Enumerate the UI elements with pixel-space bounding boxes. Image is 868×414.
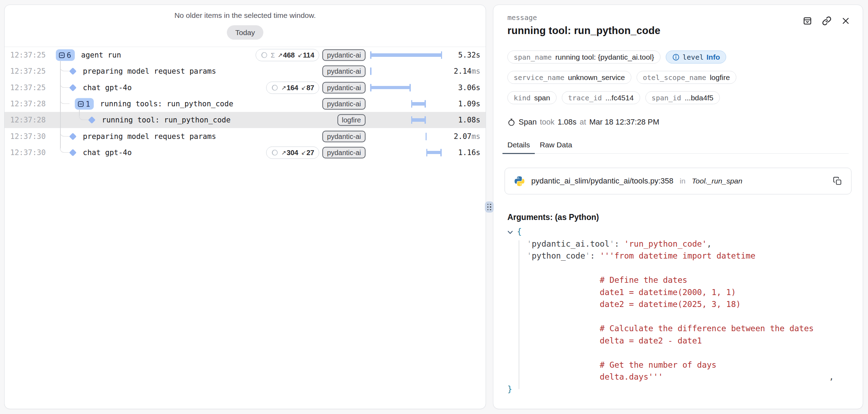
empty-time-window-notice: No older items in the selected time wind… bbox=[5, 5, 486, 20]
logfire-trace-view: { "colors": { "accent_blue": "#1a6ab8", … bbox=[0, 0, 868, 414]
span-name: chat gpt-4o bbox=[83, 84, 132, 92]
source-file-path: pydantic_ai_slim/pydantic_ai/tools.py:35… bbox=[531, 176, 673, 186]
output-tokens: 87 bbox=[307, 84, 314, 92]
code-line bbox=[507, 310, 849, 323]
tree-line bbox=[60, 80, 61, 96]
source-location-box[interactable]: pydantic_ai_slim/pydantic_ai/tools.py:35… bbox=[505, 168, 851, 194]
span-kind-label: message bbox=[507, 13, 849, 22]
trace_id-badge[interactable]: trace_id...fc4514 bbox=[562, 91, 640, 104]
token-usage-badge: ↗304↙27 bbox=[266, 146, 319, 159]
archive-icon[interactable] bbox=[803, 16, 812, 26]
collapse-toggle[interactable]: 1 bbox=[75, 98, 94, 110]
trace-row[interactable]: 12:37:30chat gpt-4o↗304↙27pydantic-ai1.1… bbox=[5, 145, 486, 161]
collapse-chevron-icon[interactable] bbox=[507, 231, 517, 234]
row-timestamp: 12:37:30 bbox=[10, 148, 46, 157]
span-duration-value: 1.08s bbox=[558, 118, 577, 127]
span-diamond-icon bbox=[69, 84, 77, 91]
row-timestamp: 12:37:25 bbox=[10, 84, 46, 92]
copy-icon[interactable] bbox=[833, 176, 842, 186]
arguments-code-block: { 'pydantic_ai.tool': 'run_python_code',… bbox=[507, 226, 849, 395]
output-tokens-arrow-icon: ↙ bbox=[301, 84, 306, 91]
tab-details[interactable]: Details bbox=[502, 138, 535, 154]
level-badge[interactable]: level Info bbox=[666, 51, 726, 64]
today-button[interactable]: Today bbox=[227, 25, 263, 40]
span-diamond-icon bbox=[88, 116, 96, 124]
span-name: running tool: run_python_code bbox=[102, 116, 231, 124]
link-icon[interactable] bbox=[822, 16, 831, 26]
scope-tag[interactable]: pydantic-ai bbox=[322, 82, 366, 93]
source-context: Tool._run_span bbox=[692, 177, 742, 185]
code-line: delta = date2 - date1 bbox=[507, 335, 849, 347]
span-timeline bbox=[370, 51, 442, 59]
span-diamond-icon bbox=[69, 133, 77, 140]
code-line: # Define the dates bbox=[507, 274, 849, 286]
input-tokens: 164 bbox=[287, 84, 298, 92]
tree-elbow bbox=[60, 99, 70, 104]
scope-tag[interactable]: pydantic-ai bbox=[322, 131, 366, 142]
span_id-badge[interactable]: span_id...bda4f5 bbox=[645, 91, 720, 104]
span-name: chat gpt-4o bbox=[83, 148, 132, 157]
arguments-heading: Arguments: (as Python) bbox=[507, 213, 849, 222]
trace-row[interactable]: 12:37:25preparing model request paramspy… bbox=[5, 63, 486, 79]
source-in-word: in bbox=[680, 177, 685, 185]
span-name: preparing model request params bbox=[83, 67, 216, 75]
span-duration: 1.16s bbox=[458, 148, 480, 157]
span-timestamp: Mar 18 12:37:28 PM bbox=[589, 118, 659, 127]
trace-row[interactable]: 12:37:256agent runΣ↗468↙114pydantic-ai5.… bbox=[5, 47, 486, 63]
span-title: running tool: run_python_code bbox=[507, 25, 849, 36]
output-tokens: 27 bbox=[307, 148, 314, 156]
trace-row[interactable]: 12:37:25chat gpt-4o↗164↙87pydantic-ai3.0… bbox=[5, 80, 486, 96]
trace-row[interactable]: 12:37:30preparing model request paramspy… bbox=[5, 128, 486, 144]
trace-row[interactable]: 12:37:281running tools: run_python_codep… bbox=[5, 96, 486, 112]
code-line: # Calculate the difference between the d… bbox=[507, 322, 849, 335]
token-icon bbox=[261, 52, 268, 59]
input-tokens: 468 bbox=[283, 51, 295, 59]
tab-raw-data[interactable]: Raw Data bbox=[535, 138, 577, 153]
tree-line bbox=[60, 96, 61, 112]
code-line: # Get the number of days bbox=[507, 359, 849, 371]
row-timestamp: 12:37:25 bbox=[10, 51, 46, 59]
badge-row-2: service_nameunknown_serviceotel_scope_na… bbox=[507, 71, 849, 84]
token-usage-badge: Σ↗468↙114 bbox=[256, 49, 319, 61]
service_name-badge[interactable]: service_nameunknown_service bbox=[507, 71, 631, 84]
span-timeline bbox=[370, 67, 442, 75]
scope-tag[interactable]: logfire bbox=[337, 114, 366, 126]
code-line: date1 = datetime(2000, 1, 1) bbox=[507, 286, 849, 299]
scope-tag[interactable]: pydantic-ai bbox=[322, 98, 366, 110]
tree-elbow bbox=[60, 83, 70, 88]
kind-badge[interactable]: kindspan bbox=[507, 91, 557, 104]
badge-row-3: kindspantrace_id...fc4514span_id...bda4f… bbox=[507, 91, 849, 104]
python-icon bbox=[514, 176, 525, 187]
output-tokens-arrow-icon: ↙ bbox=[301, 149, 306, 156]
output-tokens: 114 bbox=[303, 51, 314, 59]
tree-elbow bbox=[60, 132, 70, 136]
collapse-toggle[interactable]: 6 bbox=[56, 49, 75, 61]
code-line: date2 = datetime(2025, 3, 18) bbox=[507, 298, 849, 310]
close-icon[interactable] bbox=[841, 16, 850, 25]
tree-line bbox=[60, 128, 61, 144]
code-line bbox=[507, 347, 849, 359]
span-duration: 2.07ms bbox=[454, 132, 480, 141]
otel_scope_name-badge[interactable]: otel_scope_namelogfire bbox=[637, 71, 736, 84]
trace-list-panel: No older items in the selected time wind… bbox=[4, 5, 486, 409]
detail-tabs: Details Raw Data bbox=[502, 138, 849, 154]
code-line: 'pydantic_ai.tool': 'run_python_code', bbox=[507, 238, 849, 250]
code-line: } bbox=[507, 383, 849, 395]
input-tokens-arrow-icon: ↗ bbox=[281, 149, 286, 156]
input-tokens-arrow-icon: ↗ bbox=[281, 84, 286, 91]
row-timestamp: 12:37:28 bbox=[10, 116, 46, 124]
trace-row[interactable]: 12:37:28running tool: run_python_codelog… bbox=[5, 112, 486, 128]
span-name-badge[interactable]: span_name running tool: {pydantic_ai.too… bbox=[507, 51, 660, 64]
span-duration-line: Span took 1.08s at Mar 18 12:37:28 PM bbox=[507, 118, 849, 127]
row-timestamp: 12:37:30 bbox=[10, 132, 46, 141]
scope-tag[interactable]: pydantic-ai bbox=[322, 147, 366, 158]
span-timeline bbox=[370, 148, 442, 157]
trace-rows: 12:37:256agent runΣ↗468↙114pydantic-ai5.… bbox=[5, 47, 486, 161]
token-usage-badge: ↗164↙87 bbox=[266, 81, 319, 94]
output-tokens-arrow-icon: ↙ bbox=[297, 52, 302, 59]
tree-line bbox=[60, 63, 61, 79]
scope-tag[interactable]: pydantic-ai bbox=[322, 66, 366, 77]
took-word: at bbox=[580, 118, 586, 127]
panel-resize-handle[interactable] bbox=[485, 201, 494, 213]
scope-tag[interactable]: pydantic-ai bbox=[322, 49, 366, 61]
